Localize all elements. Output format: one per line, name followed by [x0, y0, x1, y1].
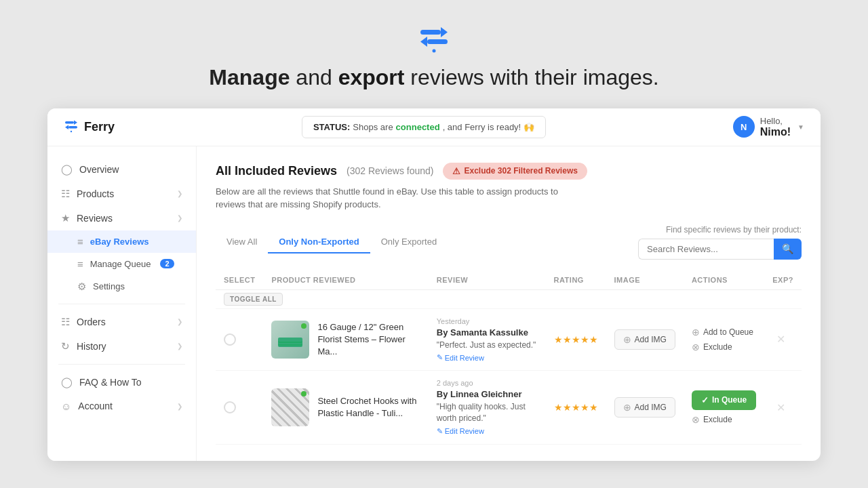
hero-logo [209, 20, 658, 56]
search-input-row: 🔍 [638, 239, 802, 260]
tab-view-all[interactable]: View All [216, 231, 268, 253]
product-image-2 [271, 388, 309, 426]
sidebar-item-ebay-reviews[interactable]: ≡ eBay Reviews [47, 230, 196, 253]
col-review: REVIEW [429, 270, 546, 290]
sidebar-item-manage-queue[interactable]: ≡ Manage Queue 2 [47, 253, 196, 275]
remove-button-2[interactable]: ✕ [772, 399, 789, 415]
status-text: Shops are [353, 122, 393, 132]
hero-section: Manage and export reviews with their ima… [209, 14, 658, 92]
user-menu-chevron[interactable]: ▼ [797, 123, 804, 131]
manage-queue-icon: ≡ [77, 258, 83, 270]
sidebar-item-orders[interactable]: ☷ Orders ❯ [47, 310, 196, 334]
review-text-1: "Perfect. Just as expected." [437, 340, 538, 351]
add-img-icon-2: ⊕ [623, 402, 631, 413]
toggle-all-button[interactable]: TOGGLE ALL [224, 293, 283, 306]
in-queue-button-2[interactable]: ✓ In Queue [692, 390, 756, 410]
sidebar-label-faq: FAQ & How To [79, 377, 142, 388]
sidebar-item-history[interactable]: ↻ History ❯ [47, 334, 196, 359]
review-count: (302 Reviews found) [347, 165, 433, 176]
add-to-queue-button-1[interactable]: ⊕ Add to Queue [692, 327, 756, 338]
search-area: Find specific reviews by their product: … [638, 225, 802, 260]
col-rating: RATING [546, 270, 606, 290]
col-select: SELECT [216, 270, 263, 290]
status-badge: STATUS: Shops are connected , and Ferry … [302, 116, 546, 138]
row-select-2[interactable] [224, 401, 236, 413]
user-info: Hello, Nimo! [760, 116, 791, 138]
sidebar-divider-2 [58, 364, 185, 365]
add-img-icon: ⊕ [623, 334, 631, 345]
main-content: All Included Reviews (302 Reviews found)… [197, 146, 821, 461]
search-input[interactable] [638, 239, 774, 260]
products-icon: ☷ [61, 188, 70, 200]
sidebar-item-reviews[interactable]: ★ Reviews ❯ [47, 206, 196, 230]
add-img-button-1[interactable]: ⊕ Add IMG [614, 329, 675, 350]
tab-non-exported[interactable]: Only Non-Exported [268, 231, 370, 253]
user-area: N Hello, Nimo! ▼ [733, 116, 804, 138]
sidebar-item-account[interactable]: ☺ Account ❯ [47, 394, 196, 418]
sidebar-label-manage-queue: Manage Queue [90, 259, 151, 269]
sidebar: ◯ Overview ☷ Products ❯ ★ Reviews ❯ [47, 146, 197, 461]
account-icon: ☺ [61, 401, 71, 412]
sidebar-item-products[interactable]: ☷ Products ❯ [47, 182, 196, 206]
hero-title: Manage and export reviews with their ima… [209, 64, 658, 92]
manage-queue-badge: 2 [160, 259, 174, 268]
review-text-2: "High quality hooks. Just worth priced." [437, 401, 538, 424]
reviews-header: All Included Reviews (302 Reviews found)… [216, 163, 802, 180]
svg-rect-0 [420, 30, 441, 35]
avatar: N [733, 116, 755, 138]
sidebar-item-settings[interactable]: ⚙ Settings [47, 275, 196, 298]
search-button[interactable]: 🔍 [774, 239, 802, 260]
actions-cell-2: ✓ In Queue ⊗ Exclude [692, 390, 756, 425]
status-connected: connected [396, 122, 440, 132]
row-select-1[interactable] [224, 333, 236, 346]
col-exp: EXP? [764, 270, 802, 290]
sidebar-label-overview: Overview [79, 164, 119, 175]
sidebar-label-ebay-reviews: eBay Reviews [90, 237, 149, 247]
sidebar-item-faq[interactable]: ◯ FAQ & How To [47, 370, 196, 394]
rating-1: ★★★★★ [554, 334, 598, 345]
exclude-filtered-button[interactable]: ⚠ Exclude 302 Filtered Reviews [443, 163, 587, 180]
sidebar-divider-1 [58, 304, 185, 304]
app-name: Ferry [84, 120, 115, 134]
orders-icon: ☷ [61, 316, 70, 328]
overview-icon: ◯ [61, 163, 73, 176]
tab-exported[interactable]: Only Exported [370, 231, 448, 253]
reviews-controls: View All Only Non-Exported Only Exported… [216, 225, 802, 260]
col-image: IMAGE [606, 270, 684, 290]
in-queue-icon: ✓ [701, 395, 709, 405]
history-chevron: ❯ [177, 342, 182, 350]
svg-marker-3 [420, 37, 427, 47]
edit-icon: ✎ [437, 353, 443, 362]
svg-marker-1 [441, 27, 448, 37]
product-name-1: 16 Gauge / 12" Green Florist Stems – Flo… [317, 321, 420, 359]
app-logo: Ferry [64, 118, 115, 136]
edit-review-link-1[interactable]: ✎ Edit Review [437, 353, 538, 362]
filter-tabs: View All Only Non-Exported Only Exported [216, 231, 448, 253]
exclude-button-1[interactable]: ⊗ Exclude [692, 342, 756, 352]
remove-button-1[interactable]: ✕ [772, 331, 789, 348]
orders-chevron: ❯ [177, 318, 182, 325]
status-label: STATUS: [313, 122, 350, 132]
sidebar-label-reviews: Reviews [77, 213, 113, 224]
status-suffix: , and Ferry is ready! 🙌 [443, 122, 534, 132]
image-cell-2: ⊕ Add IMG [614, 397, 675, 418]
exclude-button-2[interactable]: ⊗ Exclude [692, 414, 756, 425]
app-body: ◯ Overview ☷ Products ❯ ★ Reviews ❯ [47, 146, 821, 461]
edit-review-link-2[interactable]: ✎ Edit Review [437, 427, 538, 436]
add-img-button-2[interactable]: ⊕ Add IMG [614, 397, 675, 418]
reviewer-name-2: By Linnea Gleichner [437, 389, 538, 399]
history-icon: ↻ [61, 340, 70, 352]
sidebar-label-orders: Orders [77, 317, 106, 327]
sidebar-label-products: Products [77, 188, 114, 199]
col-actions: ACTIONS [684, 270, 764, 290]
account-chevron: ❯ [177, 403, 182, 410]
table-row: Steel Crochet Hooks with Plastic Handle … [216, 371, 802, 445]
svg-marker-8 [65, 125, 68, 129]
exclude-icon: ⚠ [452, 166, 460, 176]
svg-rect-5 [65, 121, 74, 124]
sidebar-item-overview[interactable]: ◯ Overview [47, 157, 196, 182]
edit-icon-2: ✎ [437, 427, 443, 436]
app-window: Ferry STATUS: Shops are connected , and … [47, 108, 821, 461]
sidebar-label-history: History [77, 341, 106, 352]
queue-icon: ⊕ [692, 327, 700, 338]
